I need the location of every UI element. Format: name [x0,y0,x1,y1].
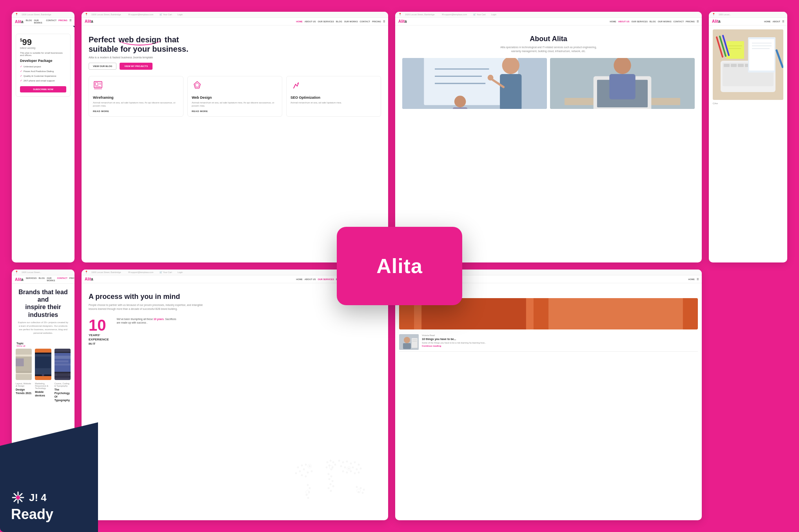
nav-contact-2[interactable]: CONTACT [360,20,370,23]
service-webdesign-readmore[interactable]: READ MORE [192,110,278,112]
nav-ourworks[interactable]: OUR WORKS [34,19,44,24]
nav-blog-3[interactable]: BLOG [650,20,656,23]
nav-contact-3[interactable]: CONTACT [674,20,684,23]
about-image-1 [402,58,547,109]
webdesign-icon [192,80,278,93]
service-wireframing-readmore[interactable]: READ MORE [93,110,179,112]
nav-7-home[interactable]: HOME [688,278,695,280]
logo-4: Alita [712,19,721,24]
nav-5-blog[interactable]: BLOG [38,277,45,282]
svg-point-79 [301,474,303,476]
nav-4-about[interactable]: ABOUT [772,20,780,23]
nav-pricing-active[interactable]: PRICING [58,19,67,24]
service-seo: SEO Optimization Animal mmarchum et sea,… [286,76,381,117]
svg-rect-67 [54,356,71,359]
address-text-2: 1926 Locust Street, Bainbridge [91,13,121,16]
blog-items-row: Layout, Website & Design Design Trends 2… [12,349,74,406]
card7-blog-desc: Some of the things you have to be a risk… [422,342,486,345]
joomla-ready-label: Ready [11,506,53,523]
nav-hamburger-2[interactable]: ☰ [383,20,385,23]
nav-hamburger[interactable]: ☰ [69,19,71,24]
joomla-logo-icon [11,490,25,505]
svg-point-109 [344,467,346,469]
nav-works-3[interactable]: OUR WORKS [658,20,672,23]
view-blog-button[interactable]: VIEW OUR BLOG [89,63,116,70]
card4-content: CAm [709,25,787,109]
svg-point-94 [328,473,330,475]
nav-hamburger-4[interactable]: ☰ [782,20,784,23]
nav-services-3[interactable]: OUR SERVICES [631,20,647,23]
subscribe-button[interactable]: SUBSCRIBE NOW [20,86,66,92]
svg-point-97 [332,480,334,482]
blog-item-2: Marketing, Responsive & Technology Mobil… [35,349,51,402]
brands-header: Brands that lead and inspire their indus… [12,284,74,342]
svg-rect-135 [403,343,411,349]
svg-rect-54 [16,371,32,373]
svg-rect-53 [16,358,24,366]
logo-5: Alita [15,277,24,282]
nav-home[interactable]: HOME [296,20,303,23]
login-text-6: Login [178,271,183,273]
nav-pricing-2[interactable]: PRICING [372,20,381,23]
price-amount: 99 [22,38,32,47]
nav-hamburger-3[interactable]: ☰ [697,20,699,23]
card-blog-right: 📍 1926 Locust... Alita HOME ☰ Re You are… [395,270,702,520]
svg-point-119 [356,486,358,488]
svg-point-88 [332,461,334,463]
blog-img-2 [35,349,51,380]
nav-blog-2[interactable]: BLOG [336,20,342,23]
check-icon-3: ✓ [20,74,22,78]
nav-6-home[interactable]: HOME [296,278,303,280]
nav-blog[interactable]: BLOG [26,19,32,24]
svg-point-117 [354,472,356,474]
service-wireframing: Wireframing Animal mmarchum et sea, ad s… [89,76,183,117]
feature-3: ✓ Quality & Customer Experience [20,74,66,78]
view-projects-button[interactable]: VIEW MY PROJECTS [120,63,153,70]
blog-img-3 [54,349,71,380]
show-all[interactable]: Show all [16,345,70,347]
blog-title-3: The Psychology Of Typography [54,388,71,402]
card7-blog-text: Victoria Read 10 things you have to be..… [422,334,486,347]
nav-6-about[interactable]: ABOUT US [305,278,316,280]
svg-rect-65 [56,373,68,376]
service-wireframing-title: Wireframing [93,96,179,100]
svg-point-15 [488,74,494,80]
card7-continue[interactable]: Continue reading [422,345,486,347]
years-subtext: We've been triumphing all these 10 years… [117,317,180,325]
support-text-6: ✉ support@templasa.com [128,271,154,273]
nav-5-pricing[interactable]: PRICING [69,277,74,282]
nav-aboutus-3[interactable]: ABOUT US [618,20,630,23]
service-webdesign: Web Design Animal mmarchum et sea, ad sa… [187,76,282,117]
svg-point-110 [348,468,350,470]
nav-about[interactable]: ABOUT US [305,20,316,23]
nav-6-services[interactable]: OUR SERVICES [318,278,334,280]
address-text-3: 1926 Locust Street, Bainbridge [405,13,435,16]
nav-pricing-3[interactable]: PRICING [686,20,695,23]
about-image-2 [550,58,695,109]
nav-works-2[interactable]: OUR WORKS [344,20,358,23]
svg-point-86 [327,461,329,463]
nav-5-services[interactable]: SERVICES [26,277,37,282]
nav-services[interactable]: OUR SERVICES [318,20,334,23]
svg-point-70 [297,467,299,469]
nav-3: HOME ABOUT US OUR SERVICES BLOG OUR WORK… [610,20,699,23]
nav-5-works[interactable]: OUR WORKS [47,277,55,282]
nav-4-home[interactable]: HOME [764,20,771,23]
nav-hamburger-7[interactable]: ☰ [697,278,699,280]
svg-marker-7 [195,83,199,87]
card-right-top: 📍 1926 Locust... Alita HOME ABOUT ☰ [709,12,787,262]
check-icon-1: ✓ [20,65,22,68]
svg-rect-1 [95,83,98,85]
address-text-4: 1926 Locust... [719,13,731,16]
nav-7: HOME ☰ [688,278,699,280]
svg-rect-39 [749,39,774,71]
card7-blog-title: 10 things you have to be... [422,337,486,341]
nav-contact[interactable]: CONTACT [46,19,56,24]
nav-5-contact[interactable]: CONTACT [57,277,67,282]
nav-home-3[interactable]: HOME [610,20,616,23]
cart-text-6: 🛒 Your Cart [160,271,172,273]
service-webdesign-title: Web Design [192,96,278,100]
svg-point-101 [330,490,332,492]
nav-bar-5: Alita SERVICES BLOG OUR WORKS CONTACT PR… [12,275,74,284]
svg-point-95 [330,476,332,478]
